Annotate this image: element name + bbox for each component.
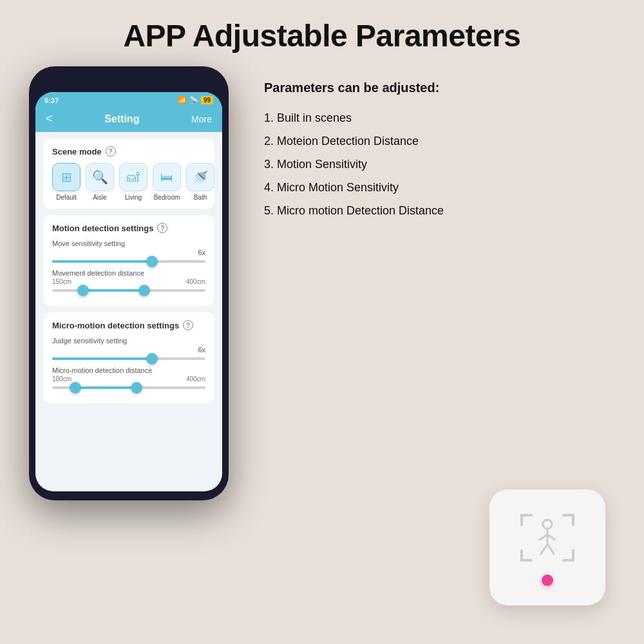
nav-bar: < Setting More	[35, 107, 222, 132]
param-item-1: 1. Built in scenes	[264, 106, 618, 129]
distance-thumb1[interactable]	[77, 285, 89, 296]
param-item-4: 4. Micro Motion Sensitivity	[264, 176, 618, 199]
motion-detection-title: Motion detection settings ?	[52, 223, 205, 233]
distance-min-label: 150cm	[52, 278, 71, 285]
content-area: 6:37 📶 📡 99 < Setting More	[0, 66, 644, 500]
param-item-3: 3. Motion Sensitivity	[264, 153, 618, 176]
scene-mode-card: Scene mode ? ⊞ Default 🔍 Aisle	[43, 138, 214, 209]
distance-fill	[83, 289, 144, 292]
distance-thumb2[interactable]	[138, 285, 150, 296]
phone-body: 6:37 📶 📡 99 < Setting More	[29, 66, 229, 500]
motion-help-icon[interactable]: ?	[157, 223, 167, 233]
page-title: APP Adjustable Parameters	[0, 0, 644, 66]
scene-living-icon: 🛋	[119, 163, 147, 191]
scene-icons-row: ⊞ Default 🔍 Aisle 🛋 Living	[52, 163, 205, 201]
scene-help-icon[interactable]: ?	[106, 146, 116, 156]
battery-badge: 99	[201, 96, 213, 104]
sensitivity-label: Move sensitivity setting	[52, 240, 205, 247]
distance-range-labels: 150cm 400cm	[52, 278, 205, 285]
judge-slider-group: Judge sensitivity setting 6x	[52, 337, 205, 360]
judge-track[interactable]	[52, 357, 205, 360]
micro-motion-title: Micro-motion detection settings ?	[52, 320, 205, 330]
micro-motion-card: Micro-motion detection settings ? Judge …	[43, 312, 214, 403]
wifi-icon: 📡	[189, 96, 198, 104]
params-list: 1. Built in scenes 2. Moteion Detection …	[264, 106, 618, 222]
scene-default[interactable]: ⊞ Default	[52, 163, 80, 201]
svg-line-3	[547, 535, 555, 540]
micro-distance-min-label: 100cm	[52, 375, 71, 383]
micro-distance-track[interactable]	[52, 386, 205, 389]
judge-thumb[interactable]	[146, 353, 158, 365]
distance-track[interactable]	[52, 289, 205, 292]
distance-max-label: 400cm	[186, 278, 205, 285]
phone-mockup: 6:37 📶 📡 99 < Setting More	[19, 66, 238, 500]
status-bar: 6:37 📶 📡 99	[35, 92, 222, 107]
motion-detection-card: Motion detection settings ? Move sensiti…	[43, 215, 214, 306]
scene-living[interactable]: 🛋 Living	[119, 163, 147, 201]
scene-aisle[interactable]: 🔍 Aisle	[86, 163, 114, 201]
param-item-5: 5. Micro motion Detection Distance	[264, 199, 618, 222]
scene-bedroom-icon: 🛏	[153, 163, 181, 191]
distance-slider-group: Movement detection distance 150cm 400cm	[52, 269, 205, 292]
scene-bedroom[interactable]: 🛏 Bedroom	[153, 163, 181, 201]
status-time: 6:37	[44, 97, 59, 104]
signal-icon: 📶	[178, 96, 187, 104]
micro-distance-max-label: 400cm	[186, 375, 205, 383]
scene-bedroom-label: Bedroom	[154, 194, 180, 201]
judge-value: 6x	[52, 346, 205, 354]
scene-aisle-label: Aisle	[93, 194, 107, 201]
scene-bath[interactable]: 🚿 Bath	[186, 163, 214, 201]
judge-fill	[52, 357, 152, 360]
phone-screen: 6:37 📶 📡 99 < Setting More	[35, 92, 222, 491]
sensitivity-slider-group: Move sensitivity setting 6x	[52, 240, 205, 263]
svg-point-0	[543, 520, 552, 529]
sensitivity-track[interactable]	[52, 260, 205, 263]
right-panel: Parameters can be adjusted: 1. Built in …	[251, 66, 625, 229]
nav-back-button[interactable]: <	[46, 112, 53, 126]
device-sensor	[489, 489, 605, 605]
sensitivity-fill	[52, 260, 152, 263]
micro-distance-label: Micro-motion detection distance	[52, 366, 205, 374]
scene-bath-icon: 🚿	[186, 163, 214, 191]
nav-more-button[interactable]: More	[191, 114, 212, 124]
params-intro: Parameters can be adjusted:	[264, 79, 618, 96]
screen-content: Scene mode ? ⊞ Default 🔍 Aisle	[35, 132, 222, 416]
scene-default-label: Default	[56, 194, 77, 201]
scene-bath-label: Bath	[194, 194, 207, 201]
micro-distance-slider-group: Micro-motion detection distance 100cm 40…	[52, 366, 205, 389]
distance-label: Movement detection distance	[52, 269, 205, 277]
phone-notch	[103, 75, 155, 90]
sensitivity-value: 6x	[52, 249, 205, 256]
param-item-2: 2. Moteion Detection Distance	[264, 129, 618, 153]
scene-aisle-icon: 🔍	[86, 163, 114, 191]
sensitivity-thumb[interactable]	[146, 256, 158, 267]
micro-distance-fill	[75, 386, 137, 389]
micro-distance-thumb2[interactable]	[131, 382, 142, 393]
scene-living-label: Living	[125, 194, 142, 201]
status-right: 📶 📡 99	[178, 96, 213, 104]
nav-title: Setting	[104, 113, 139, 125]
scene-default-icon: ⊞	[52, 163, 80, 191]
device-status-dot	[542, 574, 553, 586]
svg-line-4	[541, 544, 547, 554]
person-detection-icon	[515, 509, 580, 567]
micro-distance-thumb1[interactable]	[70, 382, 81, 393]
svg-line-5	[547, 544, 554, 554]
svg-line-2	[540, 535, 547, 540]
judge-label: Judge sensitivity setting	[52, 337, 205, 345]
micro-help-icon[interactable]: ?	[183, 320, 193, 330]
scene-mode-title: Scene mode ?	[52, 146, 205, 156]
